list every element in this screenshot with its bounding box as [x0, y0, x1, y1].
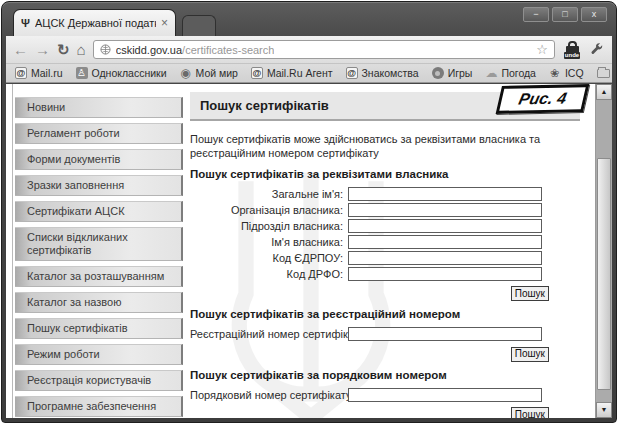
scroll-up-icon[interactable]: ▲: [596, 84, 612, 100]
bookmark-znakomstva[interactable]: @Знакомства: [346, 67, 419, 79]
registration-number-label: Реєстраційний номер сертифікату:: [190, 328, 348, 340]
browser-tab[interactable]: Ψ АЦСК Державної податкової ×: [13, 9, 176, 36]
serial-number-field[interactable]: [348, 388, 542, 402]
edrpou-code-label: Код ЄДРПОУ:: [190, 252, 348, 264]
wrench-menu-icon[interactable]: [589, 42, 605, 58]
sidebar-item-acsk-certificates[interactable]: Сертифікати АЦСК: [15, 201, 183, 222]
maximize-button[interactable]: □: [552, 7, 578, 22]
form-row: Організація власника:: [190, 203, 580, 217]
bookmark-moymir[interactable]: ◉Мой мир: [180, 67, 238, 79]
sidebar-item-fill-samples[interactable]: Зразки заповнення: [15, 175, 183, 196]
bookmark-star-icon[interactable]: ☆: [536, 43, 548, 56]
mailru-at-icon: @: [15, 67, 27, 79]
scroll-down-icon[interactable]: ▼: [596, 402, 612, 418]
form-row: Код ДРФО:: [190, 267, 580, 281]
search-by-owner-button[interactable]: Пошук: [511, 286, 549, 301]
owner-organization-label: Організація власника:: [190, 204, 348, 216]
button-row: Пошук: [190, 283, 549, 302]
owner-department-field[interactable]: [348, 219, 542, 233]
sidebar-nav: Новини Регламент роботи Форми документів…: [15, 97, 183, 418]
bookmark-label: Погода: [501, 67, 536, 79]
serial-number-label: Порядковий номер сертифікату:: [190, 389, 348, 401]
forward-icon[interactable]: →: [35, 42, 50, 57]
tab-close-icon[interactable]: ×: [161, 18, 168, 28]
extension-badge: unde: [564, 52, 580, 59]
vertical-scrollbar[interactable]: ▲ ▼: [595, 84, 612, 418]
button-row: Пошук: [190, 404, 549, 418]
dating-at-icon: @: [346, 67, 358, 79]
bookmark-label: Игры: [448, 67, 473, 79]
lock-shackle: [568, 41, 577, 46]
tab-title: АЦСК Державної податкової: [35, 17, 156, 29]
button-row: Пошук: [190, 343, 549, 362]
bookmark-mailru[interactable]: @Mail.ru: [15, 67, 63, 79]
close-button[interactable]: x: [581, 7, 607, 22]
section-heading-owner-details: Пошук сертифікатів за реквізитами власни…: [190, 168, 580, 180]
weather-cloud-icon: ☁: [485, 67, 497, 79]
section-heading-serial-number: Пошук сертифікатів за порядковим номером: [190, 369, 580, 381]
bookmark-icq[interactable]: ❀ICQ: [549, 67, 584, 79]
form-row: Ім'я власника:: [190, 235, 580, 249]
sidebar-item-label: Форми документів: [27, 153, 120, 166]
bookmark-igry[interactable]: Игры: [432, 67, 473, 79]
sidebar-item-label: Каталог за розташуванням: [27, 270, 164, 283]
edrpou-code-field[interactable]: [348, 251, 542, 265]
bookmark-label: Mail.ru: [31, 67, 63, 79]
globe-icon: [100, 44, 111, 55]
figure-callout: Рис. 4: [495, 84, 589, 114]
address-bar[interactable]: cskidd.gov.ua/certificates-search ☆: [93, 40, 555, 59]
sidebar-item-label: Новини: [27, 101, 65, 114]
registration-number-field[interactable]: [348, 327, 542, 341]
sidebar-item-label: Каталог за назвою: [27, 296, 121, 309]
sidebar-item-news[interactable]: Новини: [15, 97, 183, 118]
sidebar-item-software[interactable]: Програмне забезпечення: [15, 396, 183, 417]
bookmark-label: Одноклассники: [92, 67, 167, 79]
sidebar-item-catalog-by-location[interactable]: Каталог за розташуванням: [15, 266, 183, 287]
bookmark-mailru-agent[interactable]: @Mail.Ru Агент: [251, 67, 333, 79]
sidebar-item-label: Сертифікати АЦСК: [27, 205, 125, 218]
bookmark-pogoda[interactable]: ☁Погода: [485, 67, 536, 79]
minimize-button[interactable]: −: [523, 7, 549, 22]
form-row: Код ЄДРПОУ:: [190, 251, 580, 265]
sidebar-item-revoked-certificate-lists[interactable]: Списки відкликаних сертифікатів: [15, 227, 183, 261]
new-tab-button[interactable]: [182, 15, 216, 36]
sidebar-item-working-hours[interactable]: Режим роботи: [15, 344, 183, 365]
sidebar-item-catalog-by-name[interactable]: Каталог за назвою: [15, 292, 183, 313]
sidebar-item-label: Зразки заповнення: [27, 179, 124, 192]
sidebar-item-document-forms[interactable]: Форми документів: [15, 149, 183, 170]
common-name-field[interactable]: [348, 187, 542, 201]
url-text[interactable]: cskidd.gov.ua/certificates-search: [116, 44, 275, 56]
owner-name-label: Ім'я власника:: [190, 236, 348, 248]
form-row: Підрозділ власника:: [190, 219, 580, 233]
search-by-serial-number-button[interactable]: Пошук: [511, 407, 549, 418]
intro-text: Пошук сертифікатів може здійснюватись за…: [190, 132, 580, 161]
bookmark-label: ICQ: [565, 67, 584, 79]
home-icon[interactable]: ⌂: [77, 42, 86, 57]
url-host: cskidd.gov.ua: [116, 44, 182, 56]
owner-organization-field[interactable]: [348, 203, 542, 217]
reload-icon[interactable]: ↻: [57, 42, 70, 57]
sidebar-item-certificate-search[interactable]: Пошук сертифікатів: [15, 318, 183, 339]
bookmark-label: Mail.Ru Агент: [267, 67, 333, 79]
person-icon: ♙: [76, 67, 88, 79]
agent-at-icon: @: [251, 67, 263, 79]
form-row: Порядковий номер сертифікату:: [190, 388, 580, 402]
scrollbar-thumb[interactable]: [597, 158, 611, 390]
owner-name-field[interactable]: [348, 235, 542, 249]
sidebar-item-work-regulations[interactable]: Регламент роботи: [15, 123, 183, 144]
icq-flower-icon: ❀: [549, 67, 561, 79]
trident-favicon-icon: Ψ: [21, 17, 30, 29]
page-content: Новини Регламент роботи Форми документів…: [6, 84, 612, 418]
lock-extension-icon[interactable]: unde: [562, 41, 582, 59]
back-icon[interactable]: ←: [13, 42, 28, 57]
sidebar-item-label: Режим роботи: [27, 348, 100, 361]
browser-window: Ψ АЦСК Державної податкової × − □ x ← → …: [1, 1, 617, 423]
world-icon: ◉: [180, 67, 192, 79]
window-controls: − □ x: [523, 7, 607, 22]
bookmark-odnoklassniki[interactable]: ♙Одноклассники: [76, 67, 167, 79]
sidebar-item-user-registration[interactable]: Реєстрація користувачів: [15, 370, 183, 391]
bookmark-import-folder[interactable]: Импортиров.: [597, 67, 612, 79]
drfo-code-field[interactable]: [348, 267, 542, 281]
folder-icon: [597, 69, 610, 78]
search-by-registration-number-button[interactable]: Пошук: [511, 347, 549, 362]
